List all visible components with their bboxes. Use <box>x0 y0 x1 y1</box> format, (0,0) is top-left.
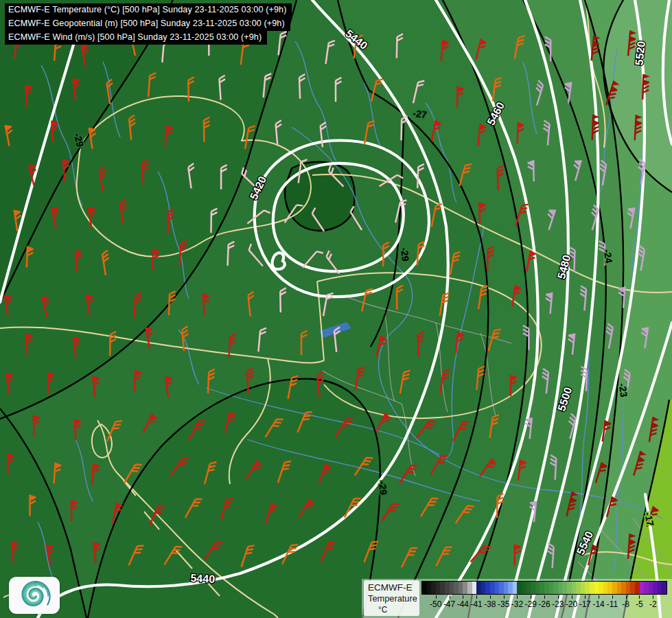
legend-color-segment <box>640 582 645 594</box>
legend-color-segment <box>567 582 572 594</box>
legend-tick-mark <box>450 595 450 599</box>
legend-color-segment <box>450 582 454 594</box>
legend-color-segment <box>585 582 590 594</box>
legend-color-segment <box>540 582 544 594</box>
legend-color-segment <box>662 582 667 594</box>
legend-tick-mark <box>490 595 491 599</box>
temperature-contour-label: -29 <box>399 247 411 262</box>
legend-color-segment <box>630 582 635 594</box>
legend-tick-mark <box>504 595 505 599</box>
legend-tick-mark <box>436 595 437 599</box>
legend-tick-mark <box>626 595 627 599</box>
map-title-line-geopotential: ECMWF-E Geopotential (m) [500 hPa] Sunda… <box>5 17 290 31</box>
legend-color-segment <box>576 582 581 594</box>
legend-color-segment <box>440 582 445 594</box>
legend-tick-label: -47 <box>443 599 455 609</box>
legend-tick-label: -29 <box>525 599 537 609</box>
legend-tick-label: -32 <box>511 599 523 609</box>
legend-color-segment <box>476 582 481 594</box>
legend-tick-label: -20 <box>566 599 577 609</box>
legend-tick-mark <box>463 595 463 599</box>
legend-color-segment <box>445 582 450 594</box>
legend-color-segment <box>612 582 617 594</box>
legend-color-segment <box>490 582 495 594</box>
legend-color-segment <box>436 582 441 594</box>
legend-tick-mark <box>612 595 613 599</box>
legend-color-segment <box>621 582 626 594</box>
map-title-block: ECMWF-E Temperature (°C) [500 hPa] Sunda… <box>5 3 292 45</box>
legend-color-segment <box>590 582 594 594</box>
legend-tick-label: -17 <box>579 599 591 609</box>
legend-color-segment <box>658 582 662 594</box>
legend-color-segment <box>526 582 531 594</box>
legend-color-segment <box>617 582 622 594</box>
legend-color-segment <box>495 582 500 594</box>
legend-tick-mark <box>531 595 531 599</box>
legend-tick-mark <box>653 595 653 599</box>
temperature-contour-label: -27 <box>413 108 428 121</box>
spiral-cyclone-icon <box>9 577 60 614</box>
legend-color-segment <box>513 582 518 594</box>
spiral-stroke <box>26 586 40 603</box>
weather-map-page: { "header": { "lines": [ "ECMWF-E Temper… <box>0 0 672 618</box>
legend-color-segment <box>553 582 558 594</box>
legend-unit-label: °C <box>368 605 419 615</box>
map-title-line-wind: ECMWF-E Wind (m/s) [500 hPa] Sunday 23-1… <box>5 31 267 45</box>
temperature-contour-label: -24 <box>601 249 614 264</box>
legend-tick-label: -38 <box>484 599 496 609</box>
legend-color-segment <box>594 582 599 594</box>
legend-color-segment <box>517 582 522 594</box>
legend-color-segment <box>626 582 631 594</box>
legend-color-segment <box>463 582 467 594</box>
legend-color-segment <box>603 582 608 594</box>
legend-color-segment <box>459 582 463 594</box>
legend-tick-mark <box>599 595 599 599</box>
legend-parameter-label: Temperature <box>368 593 419 604</box>
temperature-contour-label: -23 <box>616 382 629 398</box>
legend-tick-mark <box>639 595 640 599</box>
legend-color-segment <box>522 582 526 594</box>
legend-color-segment <box>504 582 509 594</box>
legend-color-segment <box>558 582 563 594</box>
legend-tick-label: -11 <box>607 599 618 609</box>
legend-color-segment <box>499 582 504 594</box>
legend-tick-label: -26 <box>538 599 550 609</box>
legend-tick-mark <box>476 595 477 599</box>
legend-tick-label: -5 <box>636 599 643 609</box>
legend-color-segment <box>427 582 432 594</box>
temperature-contour-label: -29 <box>377 481 389 496</box>
legend-info-box: ECMWF-E Temperature °C <box>364 580 419 616</box>
legend-tick-mark <box>544 595 545 599</box>
legend-color-segment <box>635 582 640 594</box>
legend-tick-label: -2 <box>649 599 657 609</box>
legend-tick-label: -8 <box>622 599 629 609</box>
legend-color-segment <box>467 582 472 594</box>
legend-color-segment <box>431 582 436 594</box>
legend-tick-mark <box>558 595 559 599</box>
legend-color-segment <box>653 582 658 594</box>
legend-tick-mark <box>585 595 586 599</box>
legend-color-segment <box>581 582 586 594</box>
temperature-legend: ECMWF-E Temperature °C -50-47-44-41-38-3… <box>362 579 672 618</box>
legend-color-segment <box>531 582 535 594</box>
legend-color-segment <box>422 582 427 594</box>
legend-tick-label: -35 <box>498 599 509 609</box>
legend-color-segment <box>607 582 612 594</box>
legend-color-segment <box>472 582 477 594</box>
legend-tick-label: -14 <box>592 599 604 609</box>
legend-color-segment <box>544 582 549 594</box>
legend-color-segment <box>454 582 459 594</box>
legend-colorbar-area: -50-47-44-41-38-35-32-29-26-23-20-17-14-… <box>421 581 669 617</box>
legend-color-segment <box>485 582 490 594</box>
legend-color-segment <box>599 582 603 594</box>
legend-tick-mark <box>572 595 572 599</box>
legend-color-segment <box>644 582 649 594</box>
legend-color-segment <box>572 582 577 594</box>
legend-color-segment <box>508 582 513 594</box>
legend-tick-label: -41 <box>470 599 482 609</box>
legend-color-segment <box>549 582 554 594</box>
legend-tick-mark <box>517 595 518 599</box>
legend-color-segment <box>562 582 567 594</box>
legend-color-segment <box>481 582 486 594</box>
legend-color-segment <box>649 582 653 594</box>
